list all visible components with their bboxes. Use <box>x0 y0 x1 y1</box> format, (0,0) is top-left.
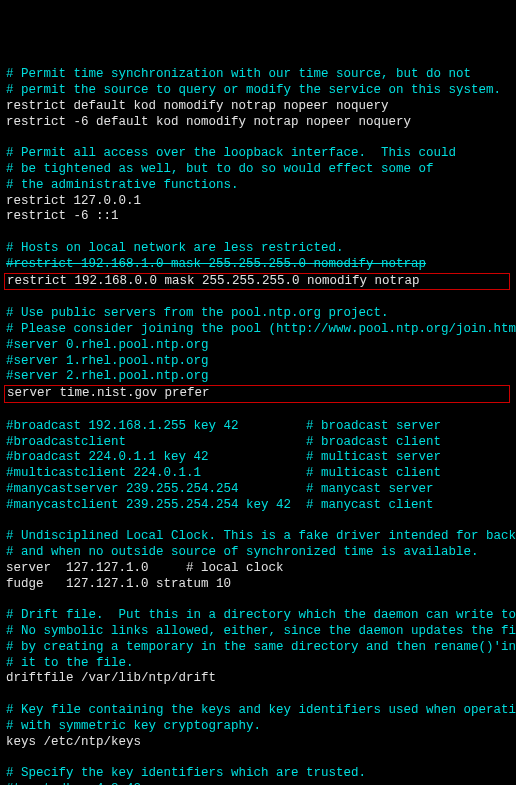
config-line: # Please consider joining the pool (http… <box>6 322 510 338</box>
config-line: fudge 127.127.1.0 stratum 10 <box>6 577 510 593</box>
config-line <box>6 225 510 241</box>
config-line: # Undisciplined Local Clock. This is a f… <box>6 529 510 545</box>
config-line <box>6 403 510 419</box>
config-line: #manycastclient 239.255.254.254 key 42 #… <box>6 498 510 514</box>
config-line: # Use public servers from the pool.ntp.o… <box>6 306 510 322</box>
config-line: #server 2.rhel.pool.ntp.org <box>6 369 510 385</box>
config-line: #restrict 192.168.1.0 mask 255.255.255.0… <box>6 257 510 273</box>
config-line: restrict 127.0.0.1 <box>6 194 510 210</box>
config-line: # Permit time synchronization with our t… <box>6 67 510 83</box>
config-line: # Drift file. Put this in a directory wh… <box>6 608 510 624</box>
config-line: keys /etc/ntp/keys <box>6 735 510 751</box>
config-line: # and when no outside source of synchron… <box>6 545 510 561</box>
config-line: # Permit all access over the loopback in… <box>6 146 510 162</box>
config-line <box>6 514 510 530</box>
config-line: driftfile /var/lib/ntp/drift <box>6 671 510 687</box>
config-line: # it to the file. <box>6 656 510 672</box>
config-line: server time.nist.gov prefer <box>4 385 510 403</box>
config-line: #multicastclient 224.0.1.1 # multicast c… <box>6 466 510 482</box>
config-line <box>6 130 510 146</box>
config-file-view: # Permit time synchronization with our t… <box>6 67 510 785</box>
config-line: # with symmetric key cryptography. <box>6 719 510 735</box>
config-line: server 127.127.1.0 # local clock <box>6 561 510 577</box>
config-line: #broadcast 224.0.1.1 key 42 # multicast … <box>6 450 510 466</box>
config-line: #broadcast 192.168.1.255 key 42 # broadc… <box>6 419 510 435</box>
config-line: restrict -6 default kod nomodify notrap … <box>6 115 510 131</box>
config-line <box>6 592 510 608</box>
config-line <box>6 750 510 766</box>
config-line: # permit the source to query or modify t… <box>6 83 510 99</box>
config-line: restrict 192.168.0.0 mask 255.255.255.0 … <box>4 273 510 291</box>
config-line: restrict -6 ::1 <box>6 209 510 225</box>
config-line: # be tightened as well, but to do so wou… <box>6 162 510 178</box>
config-line: # Key file containing the keys and key i… <box>6 703 510 719</box>
config-line: # by creating a temporary in the same di… <box>6 640 510 656</box>
config-line: # the administrative functions. <box>6 178 510 194</box>
config-line: #server 0.rhel.pool.ntp.org <box>6 338 510 354</box>
config-line: # No symbolic links allowed, either, sin… <box>6 624 510 640</box>
config-line <box>6 290 510 306</box>
config-line: restrict default kod nomodify notrap nop… <box>6 99 510 115</box>
config-line <box>6 687 510 703</box>
config-line: #broadcastclient # broadcast client <box>6 435 510 451</box>
config-line: #manycastserver 239.255.254.254 # manyca… <box>6 482 510 498</box>
config-line: # Hosts on local network are less restri… <box>6 241 510 257</box>
config-line: # Specify the key identifiers which are … <box>6 766 510 782</box>
config-line: #server 1.rhel.pool.ntp.org <box>6 354 510 370</box>
